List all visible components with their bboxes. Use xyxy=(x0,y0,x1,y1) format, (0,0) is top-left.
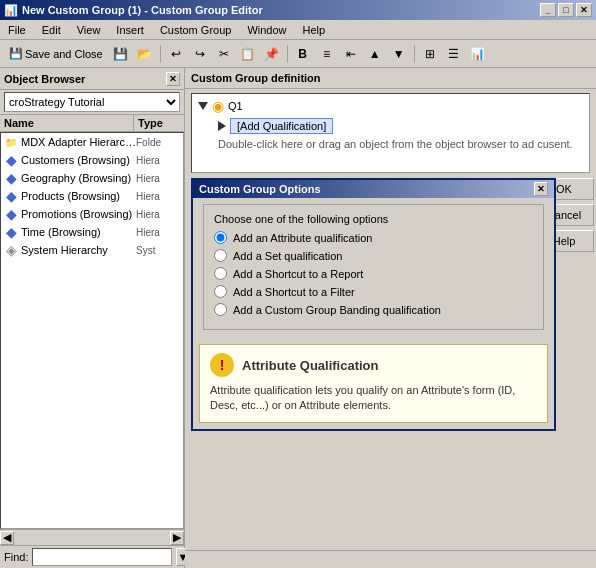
chart-icon-btn[interactable]: 📊 xyxy=(467,43,489,65)
attr-qual-box: ! Attribute Qualification Attribute qual… xyxy=(199,344,548,423)
radio-label-shortcut-report: Add a Shortcut to a Report xyxy=(233,268,363,280)
cut-icon-btn[interactable]: ✂ xyxy=(213,43,235,65)
tree-item-type-customers: Hiera xyxy=(136,155,181,166)
toolbar-sep-1 xyxy=(160,45,161,63)
dialog-title-label: Custom Group Options xyxy=(199,183,321,195)
tree-item-type-promotions: Hiera xyxy=(136,209,181,220)
cg-add-qual-row: [Add Qualification] xyxy=(198,118,583,134)
tree-item-mdx[interactable]: 📁 MDX Adapter Hierarchies Folde xyxy=(1,133,183,151)
radio-shortcut-filter[interactable] xyxy=(214,285,227,298)
radio-label-set-qual: Add a Set qualification xyxy=(233,250,342,262)
tree-item-products[interactable]: ◆ Products (Browsing) Hiera xyxy=(1,187,183,205)
redo-icon-btn[interactable]: ↪ xyxy=(189,43,211,65)
menu-view[interactable]: View xyxy=(73,22,105,38)
tree-hscroll[interactable]: ◀ ▶ xyxy=(0,529,184,545)
toolbar-sep-3 xyxy=(414,45,415,63)
radio-set-qual[interactable] xyxy=(214,249,227,262)
menu-customgroup[interactable]: Custom Group xyxy=(156,22,236,38)
tree-item-name-system: System Hierarchy xyxy=(21,244,136,256)
up-icon-btn[interactable]: ▲ xyxy=(364,43,386,65)
title-bar: 📊 New Custom Group (1) - Custom Group Ed… xyxy=(0,0,596,20)
down-icon-btn[interactable]: ▼ xyxy=(388,43,410,65)
tree-item-customers[interactable]: ◆ Customers (Browsing) Hiera xyxy=(1,151,183,169)
menu-window[interactable]: Window xyxy=(243,22,290,38)
radio-item-3: Add a Shortcut to a Report xyxy=(214,267,533,280)
tree-item-name-customers: Customers (Browsing) xyxy=(21,154,136,166)
tree-item-type-time: Hiera xyxy=(136,227,181,238)
save-icon: 💾 xyxy=(9,47,23,60)
save-close-label: Save and Close xyxy=(25,48,103,60)
radio-shortcut-report[interactable] xyxy=(214,267,227,280)
outdent-icon-btn[interactable]: ⇤ xyxy=(340,43,362,65)
tree-item-name-geography: Geography (Browsing) xyxy=(21,172,136,184)
sys-icon-system: ◈ xyxy=(3,242,19,258)
bold-icon-btn[interactable]: B xyxy=(292,43,314,65)
radio-attr-qual[interactable] xyxy=(214,231,227,244)
menu-file[interactable]: File xyxy=(4,22,30,38)
open-icon-btn[interactable]: 📂 xyxy=(134,43,156,65)
minimize-button[interactable]: _ xyxy=(540,3,556,17)
panel-close-button[interactable]: ✕ xyxy=(166,72,180,86)
undo-icon-btn[interactable]: ↩ xyxy=(165,43,187,65)
add-qualification-button[interactable]: [Add Qualification] xyxy=(230,118,333,134)
attr-qual-icon: ! xyxy=(210,353,234,377)
tree-item-time[interactable]: ◆ Time (Browsing) Hiera xyxy=(1,223,183,241)
cg-tree-area: ◉ Q1 [Add Qualification] Double-click he… xyxy=(191,93,590,173)
object-browser-dropdown[interactable]: croStrategy Tutorial xyxy=(4,92,180,112)
menu-help[interactable]: Help xyxy=(299,22,330,38)
tree-item-system[interactable]: ◈ System Hierarchy Syst xyxy=(1,241,183,259)
search-bar: croStrategy Tutorial xyxy=(0,90,184,115)
right-panel: Custom Group definition ◉ Q1 [Add Qualif… xyxy=(185,68,596,568)
menu-insert[interactable]: Insert xyxy=(112,22,148,38)
cg-root-node: ◉ Q1 xyxy=(198,98,583,114)
tree-header: Name Type xyxy=(0,115,184,132)
cg-root-icon: ◉ xyxy=(212,98,224,114)
tree-item-type-geography: Hiera xyxy=(136,173,181,184)
tree-item-name-mdx: MDX Adapter Hierarchies xyxy=(21,136,136,148)
menu-edit[interactable]: Edit xyxy=(38,22,65,38)
attr-qual-description: Attribute qualification lets you qualify… xyxy=(210,383,537,414)
grid-icon-btn[interactable]: ⊞ xyxy=(419,43,441,65)
cg-hint-text: Double-click here or drag an object from… xyxy=(198,138,583,150)
attr-qual-header: ! Attribute Qualification xyxy=(210,353,537,377)
indent-icon-btn[interactable]: ≡ xyxy=(316,43,338,65)
paste-icon-btn[interactable]: 📌 xyxy=(261,43,283,65)
tree-item-geography[interactable]: ◆ Geography (Browsing) Hiera xyxy=(1,169,183,187)
cg-options-dialog: Custom Group Options ✕ Choose one of the… xyxy=(191,178,556,431)
folder-icon-mdx: 📁 xyxy=(3,134,19,150)
dialog-close-button[interactable]: ✕ xyxy=(534,182,548,196)
scroll-left-btn[interactable]: ◀ xyxy=(0,531,14,545)
scroll-right-btn[interactable]: ▶ xyxy=(170,531,184,545)
find-bar: Find: ▼ ⊘ xyxy=(0,545,184,568)
radio-label-banding-qual: Add a Custom Group Banding qualification xyxy=(233,304,441,316)
object-browser-panel: Object Browser ✕ croStrategy Tutorial Na… xyxy=(0,68,185,568)
close-button[interactable]: ✕ xyxy=(576,3,592,17)
tree-item-type-system: Syst xyxy=(136,245,181,256)
tree-item-type-mdx: Folde xyxy=(136,137,181,148)
list-icon-btn[interactable]: ☰ xyxy=(443,43,465,65)
find-input[interactable] xyxy=(32,548,172,566)
tree-item-type-products: Hiera xyxy=(136,191,181,202)
hier-icon-time: ◆ xyxy=(3,224,19,240)
save-icon-btn[interactable]: 💾 xyxy=(110,43,132,65)
app-icon: 📊 xyxy=(4,4,18,17)
dialog-options-group: Choose one of the following options Add … xyxy=(203,204,544,330)
radio-banding-qual[interactable] xyxy=(214,303,227,316)
maximize-button[interactable]: □ xyxy=(558,3,574,17)
radio-item-4: Add a Shortcut to a Filter xyxy=(214,285,533,298)
panel-header: Object Browser ✕ xyxy=(0,68,184,90)
tree-item-name-promotions: Promotions (Browsing) xyxy=(21,208,136,220)
scroll-track xyxy=(14,531,170,545)
radio-item-2: Add a Set qualification xyxy=(214,249,533,262)
radio-item-1: Add an Attribute qualification xyxy=(214,231,533,244)
radio-item-5: Add a Custom Group Banding qualification xyxy=(214,303,533,316)
hier-icon-promotions: ◆ xyxy=(3,206,19,222)
cg-definition-header: Custom Group definition xyxy=(185,68,596,89)
tree-col-type: Type xyxy=(134,115,184,131)
expand-icon xyxy=(198,102,208,110)
tree-item-promotions[interactable]: ◆ Promotions (Browsing) Hiera xyxy=(1,205,183,223)
save-close-button[interactable]: 💾 Save and Close xyxy=(4,43,108,65)
attr-qual-title: Attribute Qualification xyxy=(242,358,379,373)
copy-icon-btn[interactable]: 📋 xyxy=(237,43,259,65)
dialog-group-label: Choose one of the following options xyxy=(214,213,533,225)
